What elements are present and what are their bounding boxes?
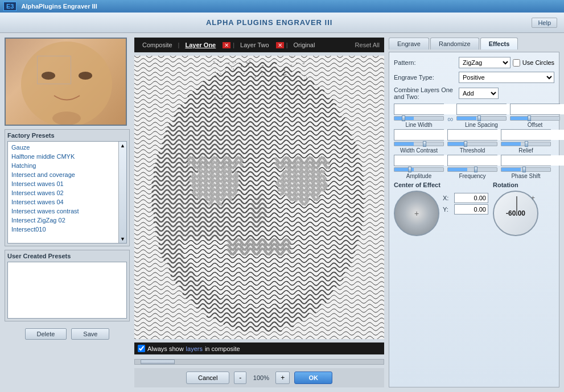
phase-shift-label: Phase Shift [511, 173, 540, 179]
amplitude-slider[interactable] [394, 167, 444, 172]
svg-point-1 [42, 72, 55, 80]
line-width-slider[interactable] [394, 116, 444, 121]
preset-item[interactable]: Intersect and coverage [9, 170, 125, 179]
x-label: X: [443, 195, 452, 201]
width-contrast-label: Width Contrast [400, 147, 438, 154]
phase-shift-group: ▲ ▼ Phase Shift [501, 155, 551, 179]
center-of-effect-box: Center of Effect + X: [394, 181, 488, 236]
save-button[interactable]: Save [71, 328, 109, 340]
effects-tab[interactable]: Effects [480, 38, 518, 49]
amplitude-group: ▲ ▼ Amplitude [394, 155, 444, 179]
y-input[interactable] [454, 204, 488, 214]
composite-tab[interactable]: Composite [139, 40, 176, 49]
randomize-tab[interactable]: Randomize [430, 38, 479, 49]
layer-one-tab[interactable]: Layer One [182, 40, 219, 49]
row1: ▲ ▼ Line Width ∞ [394, 104, 554, 128]
relief-group: ▲ ▼ Relief [501, 129, 551, 154]
line-spacing-label: Line Spacing [465, 122, 498, 128]
bottom-section: Center of Effect + X: [394, 181, 554, 236]
relief-spinbox[interactable]: ▲ ▼ [501, 129, 551, 141]
offset-spinbox[interactable]: ▲ ▼ [510, 104, 560, 115]
layer-one-close[interactable]: ✕ [223, 42, 230, 48]
threshold-spinbox[interactable]: ▲ ▼ [447, 129, 497, 141]
x-input[interactable] [454, 193, 488, 203]
factory-presets-label: Factory Presets [7, 132, 127, 139]
engraving-canvas [134, 56, 384, 339]
line-spacing-spinbox[interactable]: ▲ ▼ [456, 104, 507, 115]
relief-input[interactable] [501, 130, 564, 140]
relief-label: Relief [518, 147, 533, 154]
separator2: | [233, 42, 234, 48]
always-show-text1: Always show [147, 345, 184, 352]
preset-item[interactable]: Intersect010 [9, 225, 125, 234]
engrave-type-dropdown[interactable]: Positive Negative [459, 72, 554, 83]
always-show-highlight: layers [186, 345, 203, 352]
preset-item[interactable]: Gauze [9, 143, 125, 152]
zoom-out-button[interactable]: - [234, 372, 246, 384]
rotation-label: Rotation [493, 181, 554, 188]
width-contrast-spinbox[interactable]: ▲ ▼ [394, 129, 444, 141]
top-bar: ALPHA PLUGINS ENGRAVER III Help [0, 13, 564, 33]
preset-item[interactable]: Intersect waves contrast [9, 207, 125, 216]
line-width-spinbox[interactable]: ▲ ▼ [394, 104, 444, 115]
original-tab[interactable]: Original [290, 40, 319, 49]
combine-layers-dropdown[interactable]: Add Subtract [459, 88, 499, 99]
frequency-slider[interactable] [447, 167, 497, 172]
rotation-plus-indicator: + [531, 194, 535, 202]
relief-slider[interactable] [501, 142, 551, 146]
layer-two-tab[interactable]: Layer Two [237, 40, 273, 49]
ok-button[interactable]: OK [294, 372, 332, 384]
line-spacing-slider[interactable] [456, 116, 507, 121]
preset-item[interactable]: Intersect waves 02 [9, 188, 125, 197]
phase-shift-spinbox[interactable]: ▲ ▼ [501, 155, 551, 166]
engrave-tab[interactable]: Engrave [389, 38, 429, 49]
content-area: Factory Presets GauzeHalftone middle CMY… [0, 33, 564, 392]
always-show-checkbox[interactable] [138, 345, 145, 352]
pattern-dropdown[interactable]: ZigZag Sine [459, 57, 511, 68]
user-presets-label: User Created Presets [7, 253, 127, 259]
center-of-effect-label: Center of Effect [394, 181, 488, 188]
offset-input[interactable] [511, 104, 564, 114]
threshold-group: ▲ ▼ Threshold [447, 129, 497, 154]
left-panel: Factory Presets GauzeHalftone middle CMY… [5, 38, 130, 387]
zoom-level: 100% [251, 374, 271, 381]
frequency-group: ▲ ▼ Frequency [447, 155, 497, 179]
width-contrast-slider[interactable] [394, 142, 444, 146]
cancel-button[interactable]: Cancel [186, 372, 229, 384]
use-circles-label: Use Circles [522, 59, 554, 66]
always-show-text2: in composite [205, 345, 240, 352]
use-circles-checkbox[interactable] [513, 59, 520, 67]
svg-point-3 [52, 112, 81, 125]
preset-item[interactable]: Intersect waves 04 [9, 197, 125, 207]
user-presets-list [7, 262, 127, 319]
preset-item[interactable]: Hatching [9, 161, 125, 170]
offset-label: Offset [528, 122, 543, 128]
preset-item[interactable]: Intersect ZigZag 02 [9, 216, 125, 225]
reset-all-button[interactable]: Reset All [355, 42, 380, 48]
preset-item[interactable]: Intersect waves 01 [9, 179, 125, 188]
delete-button[interactable]: Delete [25, 328, 67, 340]
plugin-title: ALPHA PLUGINS ENGRAVER III [7, 18, 532, 27]
rotation-dial[interactable]: + -60.00 [493, 191, 538, 236]
zoom-in-button[interactable]: + [275, 372, 290, 384]
frequency-spinbox[interactable]: ▲ ▼ [447, 155, 497, 166]
help-button[interactable]: Help [532, 18, 557, 28]
offset-slider[interactable] [510, 116, 560, 121]
y-row: Y: [443, 204, 488, 214]
horizontal-scrollbar[interactable] [134, 359, 384, 365]
xy-controls: X: Y: [443, 193, 488, 216]
row3: ▲ ▼ Amplitude ▲ [394, 155, 554, 179]
layer-two-close[interactable]: ✕ [276, 42, 284, 48]
phase-shift-slider[interactable] [501, 167, 551, 172]
scrollbar-thumb[interactable] [141, 360, 175, 364]
factory-presets-list[interactable]: GauzeHalftone middle CMYKHatchingInterse… [7, 141, 127, 244]
rotation-value: -60.00 [506, 209, 525, 217]
phase-shift-input[interactable] [501, 155, 564, 166]
title-bar: E3 AlphaPlugins Engraver III [0, 0, 564, 13]
threshold-slider[interactable] [447, 142, 497, 146]
preset-item[interactable]: Halftone middle CMYK [9, 152, 125, 161]
amplitude-spinbox[interactable]: ▲ ▼ [394, 155, 444, 166]
engrave-type-label: Engrave Type: [394, 74, 456, 81]
center-disc[interactable]: + [394, 191, 439, 236]
link-icon: ∞ [447, 104, 453, 128]
